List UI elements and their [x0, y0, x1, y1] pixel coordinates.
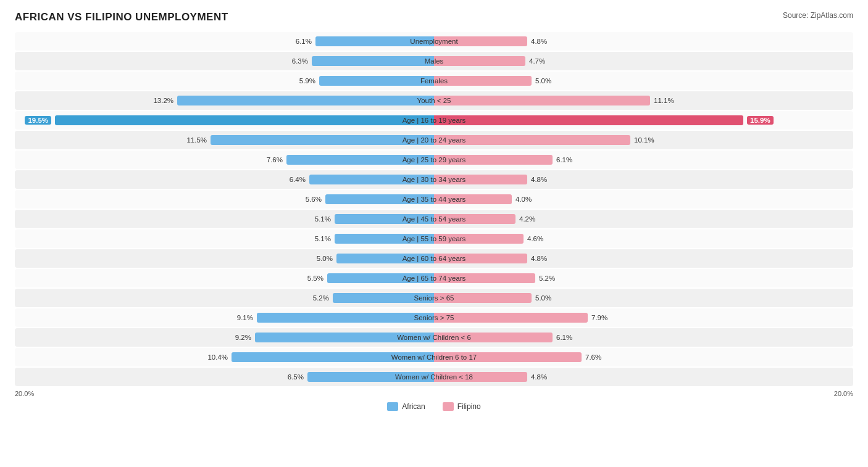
bar-row: 19.5% Age | 16 to 19 years 15.9% [15, 111, 853, 130]
left-section: 6.3% [15, 53, 434, 69]
bar-row: 11.5% Age | 20 to 24 years 10.1% [15, 131, 853, 149]
left-section: 7.6% [15, 152, 434, 168]
bar-row: 5.9% Females 5.0% [15, 72, 853, 90]
legend-item-african: African [387, 402, 425, 411]
chart-container: AFRICAN VS FILIPINO UNEMPLOYMENT Source:… [0, 0, 868, 422]
right-section: 4.8% [434, 369, 853, 385]
right-section: 11.1% [434, 93, 853, 109]
left-value: 5.2% [308, 294, 329, 302]
left-section: 11.5% [15, 132, 434, 148]
left-value: 13.2% [152, 97, 173, 104]
center-label: Age | 65 to 74 years [403, 275, 466, 282]
left-section: 5.5% [15, 270, 434, 286]
chart-title: AFRICAN VS FILIPINO UNEMPLOYMENT [15, 11, 228, 23]
right-value: 4.8% [531, 38, 552, 45]
bar-row: 5.6% Age | 35 to 44 years 4.0% [15, 190, 853, 209]
axis-row: 20.0% 20.0% [15, 390, 853, 397]
right-value: 7.6% [585, 353, 606, 361]
right-value: 4.8% [531, 176, 552, 183]
center-label: Age | 16 to 19 years [403, 117, 466, 124]
left-value: 5.1% [310, 235, 331, 242]
left-value: 9.1% [232, 314, 253, 321]
left-section: 6.1% [15, 33, 434, 49]
center-label: Age | 25 to 29 years [403, 156, 466, 163]
center-label: Unemployment [410, 38, 457, 45]
right-section: 15.9% [434, 112, 853, 128]
bar-row: 9.2% Women w/ Children < 6 6.1% [15, 328, 853, 347]
bar-row: 5.2% Seniors > 65 5.0% [15, 289, 853, 307]
center-label: Age | 55 to 59 years [403, 235, 466, 242]
right-value: 4.2% [519, 215, 540, 223]
right-value: 4.8% [531, 255, 552, 262]
right-section: 4.8% [434, 250, 853, 267]
left-value: 7.6% [262, 156, 283, 163]
left-value: 6.3% [287, 57, 308, 65]
right-section: 5.2% [434, 270, 853, 286]
left-section: 13.2% [15, 93, 434, 109]
right-bar [434, 115, 743, 125]
bar-row: 5.5% Age | 65 to 74 years 5.2% [15, 269, 853, 287]
right-section: 5.0% [434, 290, 853, 306]
chart-body: 6.1% Unemployment 4.8% 6.3% Males 4.7% [15, 32, 853, 386]
left-value: 5.6% [301, 196, 322, 203]
bar-row: 9.1% Seniors > 75 7.9% [15, 308, 853, 327]
right-value: 4.0% [515, 196, 536, 203]
bar-row: 10.4% Women w/ Children 6 to 17 7.6% [15, 348, 853, 366]
left-section: 6.5% [15, 369, 434, 385]
left-value: 9.2% [230, 334, 251, 341]
right-section: 4.0% [434, 191, 853, 207]
legend-box-filipino [443, 402, 454, 411]
right-bar [434, 313, 588, 323]
left-section: 5.1% [15, 231, 434, 247]
center-label: Age | 20 to 24 years [403, 136, 466, 144]
axis-right: 20.0% [834, 390, 853, 397]
right-value: 6.1% [556, 156, 577, 163]
left-bar [55, 115, 434, 125]
right-value: 11.1% [654, 97, 675, 104]
right-section: 7.9% [434, 310, 853, 326]
left-section: 5.2% [15, 290, 434, 306]
left-value: 6.1% [291, 38, 312, 45]
right-value: 15.9% [747, 116, 774, 125]
right-section: 4.8% [434, 172, 853, 188]
right-value: 5.2% [539, 275, 560, 282]
bar-row: 5.0% Age | 60 to 64 years 4.8% [15, 249, 853, 268]
right-section: 7.6% [434, 349, 853, 365]
chart-source: Source: ZipAtlas.com [783, 11, 853, 20]
center-label: Seniors > 65 [414, 294, 454, 302]
right-value: 5.0% [535, 294, 556, 302]
right-bar [434, 56, 525, 66]
legend-item-filipino: Filipino [443, 402, 481, 411]
bar-row: 6.5% Women w/ Children < 18 4.8% [15, 368, 853, 386]
left-section: 5.1% [15, 211, 434, 227]
left-value: 10.4% [207, 353, 228, 361]
left-section: 9.2% [15, 329, 434, 345]
legend: African Filipino [15, 402, 853, 411]
right-section: 4.2% [434, 211, 853, 227]
right-value: 4.8% [531, 373, 552, 381]
legend-label-african: African [402, 402, 425, 411]
left-value: 6.5% [283, 373, 304, 381]
left-value: 11.5% [186, 136, 207, 144]
center-label: Females [420, 77, 448, 85]
right-section: 4.8% [434, 33, 853, 49]
right-section: 6.1% [434, 329, 853, 345]
right-section: 4.6% [434, 231, 853, 247]
bar-row: 7.6% Age | 25 to 29 years 6.1% [15, 151, 853, 169]
left-bar [319, 76, 434, 86]
right-value: 4.6% [527, 235, 548, 242]
bar-row: 5.1% Age | 45 to 54 years 4.2% [15, 210, 853, 228]
center-label: Age | 60 to 64 years [403, 255, 466, 262]
right-section: 6.1% [434, 152, 853, 168]
right-section: 4.7% [434, 53, 853, 69]
left-section: 10.4% [15, 349, 434, 365]
center-label: Males [425, 57, 444, 65]
center-label: Youth < 25 [417, 97, 451, 104]
left-bar [177, 96, 434, 105]
chart-header: AFRICAN VS FILIPINO UNEMPLOYMENT Source:… [15, 11, 853, 23]
center-label: Women w/ Children < 6 [397, 334, 471, 341]
left-section: 5.0% [15, 250, 434, 267]
center-label: Age | 35 to 44 years [403, 196, 466, 203]
legend-box-african [387, 402, 398, 411]
left-value: 5.0% [312, 255, 333, 262]
